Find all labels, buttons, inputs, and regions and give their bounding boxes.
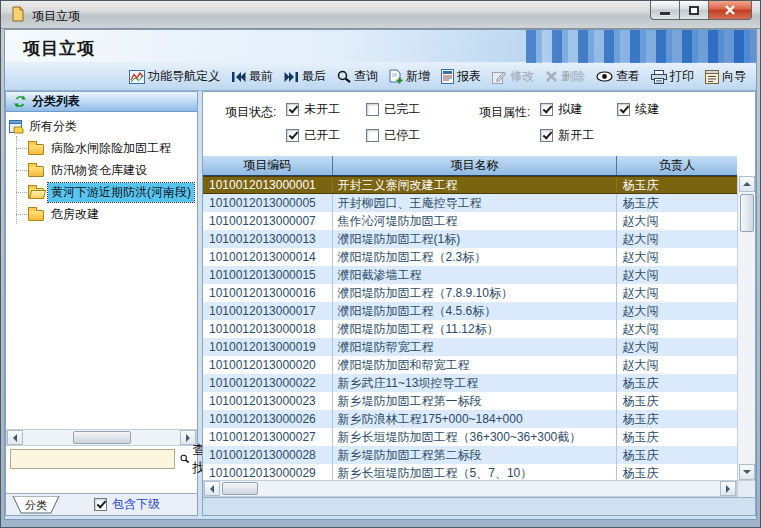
checkbox-label[interactable]: 已开工 (304, 127, 340, 144)
attribute-group-label: 项目属性: (479, 101, 530, 144)
cell-code: 1010012013000001 (203, 177, 333, 193)
toolbar-button-label: 最前 (249, 68, 273, 85)
column-header-code[interactable]: 项目编码 (203, 156, 333, 175)
table-row[interactable]: 1010012013000019濮阳堤防帮宽工程赵大闯 (203, 338, 737, 356)
cell-name: 濮阳截渗墙工程 (333, 266, 618, 284)
table-row[interactable]: 1010012013000013濮阳堤防加固工程(1标)赵大闯 (203, 230, 737, 248)
attribute-checkbox[interactable] (617, 103, 630, 116)
vscrollbar-thumb[interactable] (740, 194, 754, 232)
tree-item-label: 危房改建 (48, 205, 102, 224)
resize-grip[interactable] (737, 480, 755, 497)
table-horizontal-scrollbar[interactable] (203, 480, 737, 497)
checkbox-label[interactable]: 新开工 (558, 127, 594, 144)
table-row[interactable]: 1010012013000017濮阳堤防加固工程（4.5.6标）赵大闯 (203, 302, 737, 320)
toolbar-wizard-button[interactable]: 向导 (701, 66, 750, 87)
cell-name: 焦作沁河堤防加固工程 (333, 212, 618, 230)
toolbar-delete-button: 删除 (541, 66, 589, 87)
scrollbar-thumb[interactable] (73, 431, 131, 444)
checkbox-label[interactable]: 续建 (635, 101, 659, 118)
status-group-label: 项目状态: (225, 101, 276, 144)
scroll-left-button[interactable] (7, 430, 23, 445)
maximize-button[interactable] (680, 1, 708, 20)
printer-icon (651, 70, 667, 84)
table-row[interactable]: 1010012013000018濮阳堤防加固工程（11.12标）赵大闯 (203, 320, 737, 338)
include-sub-label[interactable]: 包含下级 (112, 496, 160, 513)
status-checkbox[interactable] (366, 129, 379, 142)
table-row[interactable]: 1010012013000005开封柳园口、王庵控导工程杨玉庆 (203, 194, 737, 212)
status-filter-group: 项目状态: 未开工已完工已开工已停工 (225, 101, 446, 144)
table-row[interactable]: 1010012013000001开封三义寨闸改建工程杨玉庆 (203, 176, 737, 194)
tree-item[interactable]: 黄河下游近期防洪(河南段) (28, 181, 197, 203)
tree-item[interactable]: 危房改建 (28, 203, 197, 225)
first-icon (231, 71, 246, 83)
table-vertical-scrollbar[interactable] (737, 176, 755, 480)
tree-item[interactable]: 病险水闸除险加固工程 (28, 137, 197, 159)
tree-root-item[interactable]: 所有分类 (6, 116, 197, 137)
client-area: 项目立项 功能导航定义最前最后查询新增报表修改删除查看打印向导 分类列表 (4, 29, 757, 520)
include-sub-checkbox[interactable] (94, 498, 107, 511)
cell-name: 濮阳堤防加固工程（11.12标） (333, 320, 618, 338)
cell-name: 新乡防浪林工程175+000~184+000 (333, 410, 618, 428)
table-row[interactable]: 1010012013000027新乡长垣堤防加固工程（36+300~36+300… (203, 428, 737, 446)
vscrollbar-track[interactable] (739, 192, 755, 464)
toolbar-modify-button: 修改 (488, 66, 538, 87)
scrollbar-track[interactable] (220, 481, 720, 496)
tree-connector-line (16, 136, 17, 224)
toolbar-nav-define-button[interactable]: 功能导航定义 (125, 66, 224, 87)
cell-person: 杨玉庆 (617, 374, 737, 392)
checkbox-label[interactable]: 未开工 (304, 101, 340, 118)
table-row[interactable]: 1010012013000022新乡武庄11~13坝控导工程杨玉庆 (203, 374, 737, 392)
scroll-up-button[interactable] (739, 176, 755, 192)
table-row[interactable]: 1010012013000023新乡堤防加固工程第一标段杨玉庆 (203, 392, 737, 410)
toolbar-last-button[interactable]: 最后 (280, 66, 330, 87)
category-search-input[interactable] (10, 449, 175, 469)
close-button[interactable] (708, 1, 752, 20)
toolbar-query-button[interactable]: 查询 (333, 66, 382, 87)
cell-code: 1010012013000022 (203, 374, 333, 392)
table-row[interactable]: 1010012013000020濮阳堤防加固和帮宽工程赵大闯 (203, 356, 737, 374)
table-row[interactable]: 1010012013000028新乡堤防加固工程第二标段杨玉庆 (203, 446, 737, 464)
table-row[interactable]: 1010012013000007焦作沁河堤防加固工程赵大闯 (203, 212, 737, 230)
tree-item[interactable]: 防汛物资仓库建设 (28, 159, 197, 181)
category-tree: 所有分类 病险水闸除险加固工程防汛物资仓库建设黄河下游近期防洪(河南段)危房改建 (6, 112, 197, 429)
scrollbar-thumb[interactable] (222, 482, 258, 495)
toolbar-report-button[interactable]: 报表 (437, 66, 485, 87)
status-checkbox[interactable] (366, 103, 379, 116)
tab-category[interactable]: 分类 (12, 496, 60, 514)
checkbox-label[interactable]: 拟建 (558, 101, 582, 118)
attribute-checkbox[interactable] (540, 103, 553, 116)
scroll-left-button[interactable] (204, 481, 220, 496)
toolbar-print-button[interactable]: 打印 (647, 66, 698, 87)
scroll-down-button[interactable] (739, 464, 755, 480)
cell-person: 杨玉庆 (617, 194, 737, 212)
arrow-left-icon (13, 434, 17, 442)
toolbar-view-button[interactable]: 查看 (592, 66, 644, 87)
cell-name: 濮阳堤防加固和帮宽工程 (333, 356, 618, 374)
toolbar-button-label: 最后 (302, 68, 326, 85)
window-controls (650, 1, 752, 20)
table-row[interactable]: 1010012013000015濮阳截渗墙工程赵大闯 (203, 266, 737, 284)
table-row[interactable]: 1010012013000014濮阳堤防加固工程（2.3标）赵大闯 (203, 248, 737, 266)
scroll-right-button[interactable] (720, 481, 736, 496)
checkbox-label[interactable]: 已停工 (384, 127, 420, 144)
toolbar-button-label: 修改 (510, 68, 534, 85)
attribute-checkbox[interactable] (540, 129, 553, 142)
minimize-icon (660, 12, 670, 15)
minimize-button[interactable] (650, 1, 680, 20)
toolbar-first-button[interactable]: 最前 (227, 66, 277, 87)
column-header-person[interactable]: 负责人 (617, 156, 737, 175)
tree-horizontal-scrollbar[interactable] (6, 429, 197, 446)
window-title: 项目立项 (32, 8, 80, 25)
column-header-name[interactable]: 项目名称 (333, 156, 618, 175)
title-bar: 项目立项 (1, 1, 760, 29)
table-row[interactable]: 1010012013000026新乡防浪林工程175+000~184+000杨玉… (203, 410, 737, 428)
cell-person: 赵大闯 (617, 266, 737, 284)
toolbar-add-button[interactable]: 新增 (385, 66, 434, 87)
status-checkbox[interactable] (286, 103, 299, 116)
checkbox-label[interactable]: 已完工 (384, 101, 420, 118)
table-row[interactable]: 1010012013000016濮阳堤防加固工程（7.8.9.10标）赵大闯 (203, 284, 737, 302)
scrollbar-track[interactable] (23, 430, 180, 445)
status-checkbox[interactable] (286, 129, 299, 142)
cell-name: 新乡堤防加固工程第二标段 (333, 446, 618, 464)
cell-name: 濮阳堤防帮宽工程 (333, 338, 618, 356)
